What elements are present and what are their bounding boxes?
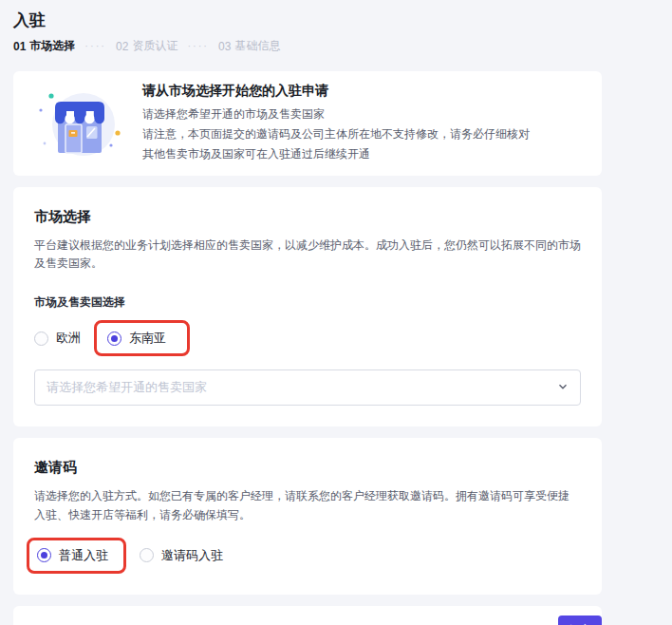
step-separator-dots: ····	[187, 41, 209, 51]
step-qualification: 02 资质认证	[116, 38, 177, 54]
radio-europe-label: 欧洲	[56, 330, 81, 347]
country-select[interactable]: 请选择您希望开通的售卖国家	[34, 369, 581, 406]
radio-europe-icon[interactable]	[34, 331, 48, 346]
market-field-label: 市场及售卖国选择	[34, 294, 581, 311]
page-title: 入驻	[13, 9, 659, 31]
radio-option-normal-entry[interactable]: 普通入驻	[37, 547, 108, 564]
step-basic-info: 03 基础信息	[218, 38, 280, 54]
radio-invite-code-entry-icon[interactable]	[140, 548, 154, 562]
highlight-annotation-normal-entry: 普通入驻	[27, 538, 126, 574]
radio-option-europe[interactable]: 欧洲	[34, 330, 81, 347]
step-number: 01	[13, 40, 26, 53]
radio-option-southeast-asia[interactable]: 东南亚	[107, 330, 166, 347]
intro-text: 请从市场选择开始您的入驻申请 请选择您希望开通的市场及售卖国家 请注意，本页面提…	[142, 83, 530, 164]
step-label: 基础信息	[234, 38, 280, 54]
intro-banner-card: 请从市场选择开始您的入驻申请 请选择您希望开通的市场及售卖国家 请注意，本页面提…	[13, 71, 602, 176]
onboarding-page: 入驻 01 市场选择 ···· 02 资质认证 ···· 03 基础信息	[0, 0, 672, 625]
intro-line: 其他售卖市场及国家可在入驻通过后继续开通	[142, 144, 530, 164]
step-separator-dots: ····	[84, 41, 106, 51]
invite-radio-group: 普通入驻 邀请码入驻	[27, 538, 581, 574]
intro-line: 请注意，本页面提交的邀请码及公司主体所在地不支持修改，请务必仔细核对	[142, 124, 530, 144]
country-select-placeholder: 请选择您希望开通的售卖国家	[47, 379, 557, 396]
market-radio-group: 欧洲 东南亚	[34, 320, 581, 356]
step-label: 市场选择	[29, 38, 75, 54]
invitation-code-card: 邀请码 请选择您的入驻方式。如您已有专属的客户经理，请联系您的客户经理获取邀请码…	[13, 438, 602, 594]
step-label: 资质认证	[132, 38, 177, 54]
radio-southeast-asia-label: 东南亚	[129, 330, 166, 347]
radio-option-invite-code-entry[interactable]: 邀请码入驻	[140, 547, 223, 564]
company-location-card: 公司主体所在地 请选择您的公司主体所在地 请选择	[13, 606, 602, 625]
step-number: 02	[116, 40, 128, 53]
radio-southeast-asia-icon[interactable]	[107, 331, 121, 346]
invite-section-description: 请选择您的入驻方式。如您已有专属的客户经理，请联系您的客户经理获取邀请码。拥有邀…	[34, 487, 575, 523]
invite-section-title: 邀请码	[34, 459, 581, 477]
step-indicator: 01 市场选择 ···· 02 资质认证 ···· 03 基础信息	[13, 38, 659, 54]
highlight-annotation-southeast-asia: 东南亚	[94, 320, 190, 356]
intro-title: 请从市场选择开始您的入驻申请	[142, 83, 530, 100]
market-section-description: 平台建议根据您的业务计划选择相应的售卖国家，以减少维护成本。成功入驻后，您仍然可…	[34, 237, 581, 273]
radio-invite-code-entry-label: 邀请码入驻	[161, 547, 223, 564]
radio-normal-entry-icon[interactable]	[37, 548, 51, 562]
chevron-down-icon	[557, 379, 569, 396]
submit-button[interactable]: 提交	[558, 616, 602, 625]
step-market-selection: 01 市场选择	[13, 38, 75, 54]
radio-normal-entry-label: 普通入驻	[59, 547, 108, 564]
market-section-title: 市场选择	[34, 208, 581, 226]
step-number: 03	[218, 40, 231, 53]
market-selection-card: 市场选择 平台建议根据您的业务计划选择相应的售卖国家，以减少维护成本。成功入驻后…	[13, 187, 602, 426]
intro-line: 请选择您希望开通的市场及售卖国家	[142, 104, 530, 124]
storefront-icon	[32, 85, 123, 162]
